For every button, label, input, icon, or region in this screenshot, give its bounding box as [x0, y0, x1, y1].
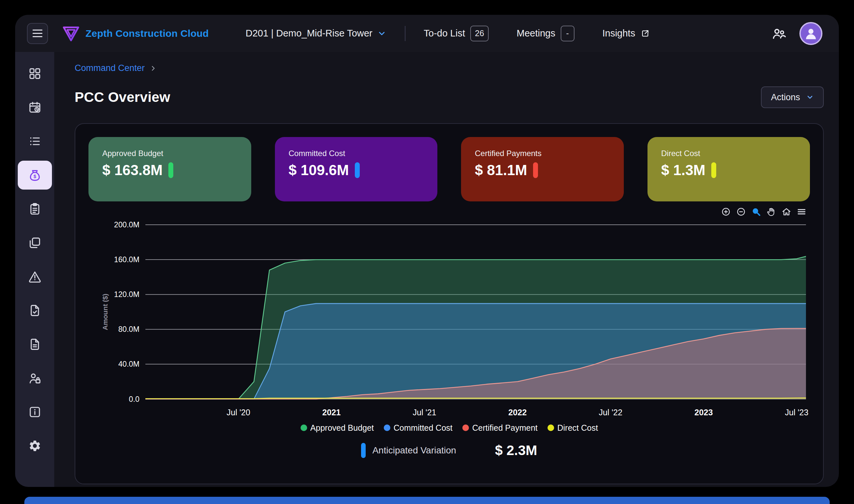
project-name: D201 | Demo_Mid-Rise Tower	[246, 28, 372, 39]
todo-list-nav[interactable]: To-do List 26	[424, 25, 489, 41]
legend-item[interactable]: Certified Payment	[463, 423, 538, 433]
chevron-right-icon	[149, 65, 157, 72]
legend-dot	[300, 425, 307, 431]
meetings-nav[interactable]: Meetings -	[517, 25, 574, 41]
app-window: Zepth Construction Cloud D201 | Demo_Mid…	[15, 15, 839, 487]
user-lock-icon	[28, 372, 41, 385]
card-value: $ 81.1M	[475, 162, 527, 178]
reset-axes-home-icon[interactable]	[781, 206, 791, 217]
breadcrumb-command-center[interactable]: Command Center	[75, 63, 145, 73]
calendar-clock-icon	[28, 101, 41, 114]
card-label: Certified Payments	[475, 149, 610, 158]
task-list-icon	[28, 135, 41, 148]
card-label: Approved Budget	[102, 149, 238, 158]
svg-text:Amount ($): Amount ($)	[101, 294, 109, 330]
accent-bar	[533, 162, 538, 178]
external-link-icon	[641, 29, 650, 38]
box-zoom-icon[interactable]	[751, 206, 761, 217]
background-strip	[24, 497, 830, 504]
sidebar-item-issues[interactable]	[18, 262, 52, 291]
chart-legend: Approved BudgetCommitted CostCertified P…	[88, 423, 810, 433]
svg-text:200.0M: 200.0M	[114, 220, 139, 229]
settings-gear-icon	[28, 439, 41, 452]
zoom-in-icon[interactable]	[721, 206, 731, 217]
cost-area-chart[interactable]: 0.040.0M80.0M120.0M160.0M200.0MJul '2020…	[88, 217, 810, 422]
sidebar-item-documents[interactable]	[18, 228, 52, 257]
card-committed-cost: Committed Cost $ 109.6M	[275, 137, 438, 201]
anticipated-variation: Anticipated Variation $ 2.3M	[88, 443, 810, 458]
svg-text:$: $	[34, 174, 36, 179]
legend-label: Approved Budget	[310, 423, 374, 433]
zoom-out-icon[interactable]	[736, 206, 746, 217]
sidebar-item-tasks[interactable]	[18, 127, 52, 156]
svg-text:Jul '22: Jul '22	[599, 408, 623, 417]
chevron-down-icon	[806, 93, 814, 101]
todo-count-badge: 26	[470, 25, 489, 41]
legend-item[interactable]: Committed Cost	[384, 423, 452, 433]
card-value: $ 163.8M	[102, 162, 162, 178]
warning-triangle-icon	[28, 270, 41, 283]
accent-bar	[355, 162, 360, 178]
info-square-icon	[28, 406, 41, 418]
svg-text:Jul '20: Jul '20	[227, 408, 250, 417]
svg-text:120.0M: 120.0M	[114, 290, 139, 299]
legend-dot	[463, 425, 469, 431]
project-selector[interactable]: D201 | Demo_Mid-Rise Tower	[246, 28, 386, 39]
topbar: Zepth Construction Cloud D201 | Demo_Mid…	[15, 15, 839, 52]
sidebar-item-cost[interactable]: $	[18, 161, 52, 190]
sidebar-item-info[interactable]	[18, 398, 52, 427]
legend-label: Certified Payment	[472, 423, 538, 433]
svg-text:80.0M: 80.0M	[118, 325, 139, 334]
chart-menu-icon[interactable]	[797, 206, 807, 217]
legend-item[interactable]: Direct Cost	[547, 423, 598, 433]
accent-bar	[361, 443, 366, 458]
accent-bar	[711, 162, 716, 178]
brand: Zepth Construction Cloud	[62, 24, 209, 43]
actions-label: Actions	[771, 92, 800, 103]
sidebar-item-settings[interactable]	[18, 431, 52, 460]
sidebar-item-reports[interactable]	[18, 330, 52, 359]
clipboard-icon	[28, 202, 41, 216]
dashboard-grid-icon	[28, 67, 41, 80]
user-avatar[interactable]	[799, 22, 822, 45]
svg-text:0.0: 0.0	[129, 395, 139, 403]
legend-label: Direct Cost	[557, 423, 598, 433]
insights-label: Insights	[603, 28, 635, 39]
card-label: Direct Cost	[661, 149, 797, 158]
variation-value: $ 2.3M	[495, 443, 537, 458]
sidebar-item-checklists[interactable]	[18, 195, 52, 223]
card-value: $ 1.3M	[661, 162, 706, 178]
pcc-overview-panel: Approved Budget $ 163.8M Committed Cost …	[75, 123, 824, 484]
chevron-down-icon	[377, 29, 386, 38]
sidebar: $	[15, 52, 54, 487]
svg-text:40.0M: 40.0M	[118, 360, 139, 368]
legend-label: Committed Cost	[394, 423, 452, 433]
report-file-icon	[28, 338, 41, 351]
sidebar-item-dashboard[interactable]	[18, 59, 52, 88]
legend-dot	[547, 425, 554, 431]
legend-dot	[384, 425, 390, 431]
sidebar-item-approvals[interactable]	[18, 296, 52, 325]
actions-button[interactable]: Actions	[761, 86, 824, 108]
pan-hand-icon[interactable]	[766, 206, 777, 217]
legend-item[interactable]: Approved Budget	[300, 423, 374, 433]
team-icon[interactable]	[770, 24, 788, 43]
card-certified-payments: Certified Payments $ 81.1M	[461, 137, 624, 201]
card-direct-cost: Direct Cost $ 1.3M	[647, 137, 810, 201]
documents-copy-icon	[28, 236, 41, 249]
svg-text:Jul '21: Jul '21	[413, 408, 436, 417]
sidebar-item-schedule[interactable]	[18, 93, 52, 122]
svg-text:Jul '23: Jul '23	[785, 408, 808, 417]
svg-text:2021: 2021	[322, 408, 341, 417]
svg-text:2022: 2022	[508, 408, 527, 417]
person-icon	[803, 26, 818, 41]
insights-nav[interactable]: Insights	[603, 28, 650, 39]
meetings-count-badge: -	[561, 25, 574, 41]
topbar-divider	[405, 26, 405, 41]
sidebar-item-access[interactable]	[18, 364, 52, 393]
menu-toggle-button[interactable]	[27, 23, 48, 44]
brand-title: Zepth Construction Cloud	[86, 28, 209, 39]
card-value: $ 109.6M	[289, 162, 349, 178]
card-approved-budget: Approved Budget $ 163.8M	[88, 137, 251, 201]
page-title: PCC Overview	[75, 89, 170, 105]
